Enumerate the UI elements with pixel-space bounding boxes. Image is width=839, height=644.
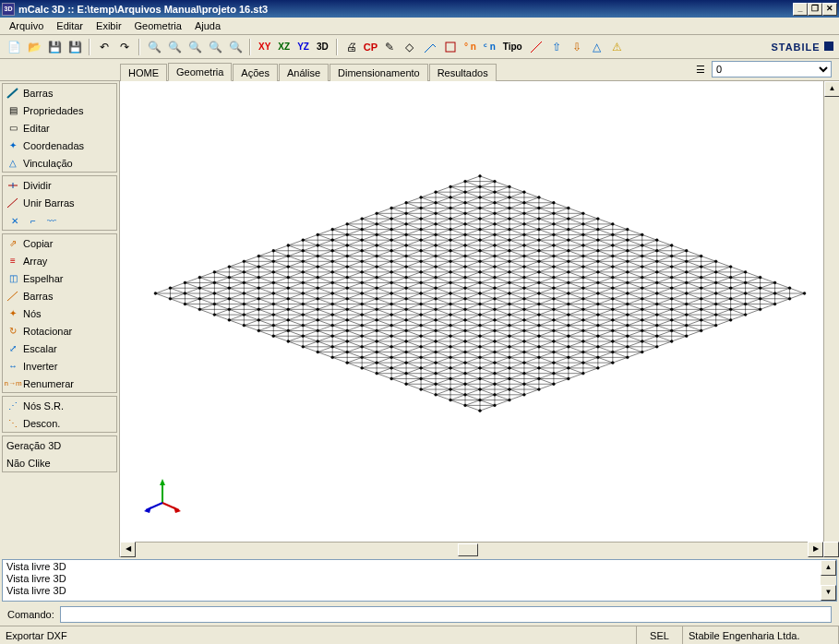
down-arrow-icon[interactable]: ⇩ [569,39,585,55]
new-file-icon[interactable]: 📄 [6,39,22,55]
vertical-scrollbar[interactable]: ▲ [823,81,839,542]
undo-icon[interactable]: ↶ [96,39,113,55]
scroll-up-icon[interactable]: ▲ [821,560,836,576]
svg-point-1024 [449,185,452,188]
tool-x-icon[interactable]: ✕ [6,213,23,228]
restore-button[interactable]: ❐ [808,3,822,16]
sidebar-item-nao-clike[interactable]: Não Clike [3,454,116,471]
svg-point-1247 [346,319,349,322]
sidebar-item-espelhar[interactable]: ◫Espelhar [3,269,116,287]
svg-point-1151 [346,276,349,279]
zoom-prev-icon[interactable]: 🔍 [227,39,244,55]
pencil-icon[interactable]: ✎ [381,39,398,55]
menu-editar[interactable]: Editar [51,18,89,33]
sidebar-item-coordenadas[interactable]: ✦Coordenadas [3,137,116,154]
cp-button[interactable]: CP [364,42,378,53]
sidebar-label: Dividir [23,180,52,191]
menu-exibir[interactable]: Exibir [90,18,127,33]
sidebar-item-rotacionar[interactable]: ↻Rotacionar [3,322,116,340]
zoom-in-icon[interactable]: 🔍 [146,39,162,55]
zoom-out-icon[interactable]: 🔍 [166,39,183,55]
redo-icon[interactable]: ↷ [116,39,133,55]
sidebar-item-inverter[interactable]: ↔Inverter [3,357,116,375]
layers-icon[interactable]: ☰ [693,62,708,77]
tab-resultados[interactable]: Resultados [429,64,497,81]
svg-point-1281 [553,266,556,268]
svg-point-1539 [641,351,643,353]
tab-dimensionamento[interactable]: Dimensionamento [330,64,428,81]
sidebar-item-barras2[interactable]: Barras [3,287,116,304]
zoom-extents-icon[interactable]: 🔍 [207,39,223,55]
view-xz-button[interactable]: XZ [276,42,292,52]
svg-point-1129 [317,276,319,279]
tool-icon-2[interactable] [442,39,459,55]
sidebar-item-dividir[interactable]: Dividir [3,176,116,194]
svg-point-1378 [538,314,541,316]
viewport-canvas[interactable] [120,81,823,542]
scroll-up-icon[interactable]: ▲ [824,81,839,97]
eraser-icon[interactable]: ◇ [402,39,418,55]
svg-point-1191 [464,255,467,257]
sidebar-item-geracao-3d[interactable]: Geração 3D [3,436,116,454]
warning-icon[interactable]: ⚠ [609,39,626,55]
log-scrollbar[interactable]: ▲ ▼ [821,560,836,601]
close-button[interactable]: ✕ [822,3,837,16]
sidebar-item-nos[interactable]: ✦Nós [3,304,116,322]
tool-icon-1[interactable] [422,39,438,55]
scroll-down-icon[interactable]: ▼ [821,585,836,601]
svg-point-1248 [331,324,334,327]
tab-geometria[interactable]: Geometria [168,63,232,81]
menu-geometria[interactable]: Geometria [129,18,187,33]
sidebar-item-renumerar[interactable]: n→mRenumerar [3,375,116,392]
scroll-thumb[interactable] [458,543,478,556]
view-xy-button[interactable]: XY [257,42,272,52]
view-yz-button[interactable]: YZ [295,42,311,52]
zoom-window-icon[interactable]: 🔍 [186,39,203,55]
up-arrow-icon[interactable]: ⇧ [548,39,565,55]
svg-point-1396 [626,292,629,295]
svg-point-1313 [435,319,437,322]
sidebar-item-vinculacao[interactable]: △Vinculação [3,154,116,172]
sidebar-item-descon[interactable]: ⋱Descon. [3,414,116,432]
open-file-icon[interactable]: 📂 [26,39,42,55]
sidebar-item-array[interactable]: ≡Array [3,252,116,269]
combo-select[interactable]: 0 [712,61,832,78]
line-tool-icon[interactable] [528,39,545,55]
menu-ajuda[interactable]: Ajuda [189,18,226,33]
menu-arquivo[interactable]: Arquivo [4,18,49,33]
svg-point-1415 [700,276,702,279]
sidebar-item-editar[interactable]: ▭Editar [3,119,116,137]
tab-home[interactable]: HOME [120,64,167,81]
save-icon[interactable]: 💾 [46,39,63,55]
tab-acoes[interactable]: Ações [233,64,278,81]
svg-point-1033 [317,233,319,236]
view-3d-button[interactable]: 3D [315,42,330,52]
tab-analise[interactable]: Análise [279,64,329,81]
svg-point-1205 [258,329,260,332]
degree-n-label[interactable]: ° n [462,42,478,52]
c-n-label[interactable]: ᶜ n [482,42,497,52]
print-icon[interactable]: 🖨 [343,39,360,55]
command-input[interactable] [60,606,832,623]
scroll-right-icon[interactable]: ▶ [808,542,823,557]
svg-point-1502 [479,388,482,391]
sidebar-item-nos-sr[interactable]: ⋰Nós S.R. [3,397,116,414]
sidebar-item-escalar[interactable]: ⤢Escalar [3,340,116,357]
tool-wave-icon[interactable]: 〰 [43,213,60,228]
sidebar-item-copiar[interactable]: ⇗Copiar [3,234,116,252]
svg-point-1328 [567,281,569,284]
svg-point-1475 [523,362,526,364]
minimize-button[interactable]: _ [793,3,808,16]
svg-point-1329 [553,287,556,290]
sidebar-item-propriedades[interactable]: ▤Propriedades [3,101,116,119]
horizontal-scrollbar[interactable] [136,542,808,557]
support-icon[interactable]: △ [589,39,605,55]
save-all-icon[interactable]: 💾 [66,39,83,55]
svg-point-1484 [744,292,747,295]
tool-angle-icon[interactable]: ⌐ [25,213,42,228]
svg-point-1417 [670,287,673,290]
sidebar-item-barras[interactable]: Barras [3,84,116,101]
scroll-left-icon[interactable]: ◀ [120,542,136,557]
sidebar-item-unir-barras[interactable]: Unir Barras [3,194,116,211]
svg-point-1488 [685,314,688,316]
